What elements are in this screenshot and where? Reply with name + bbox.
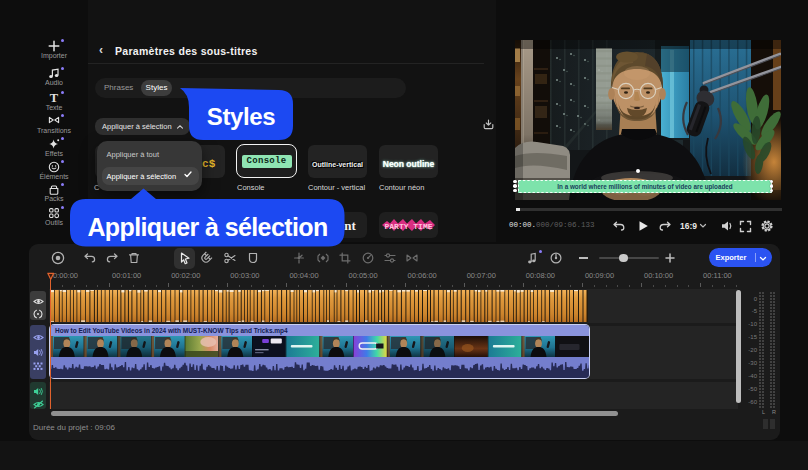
svg-text:PARTY TIME: PARTY TIME: [384, 222, 432, 231]
svg-text:T: T: [50, 91, 59, 103]
